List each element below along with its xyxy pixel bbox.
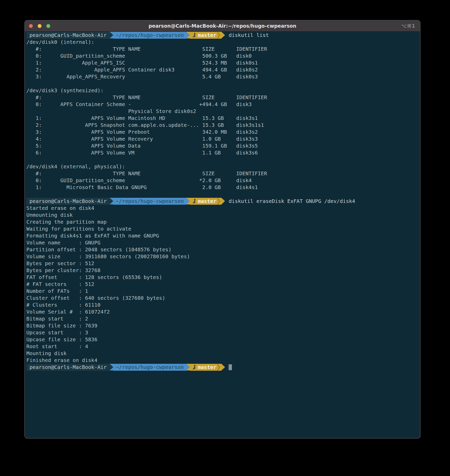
terminal-text-line: [26, 191, 418, 198]
prompt-line: pearson@Carls-MacBook-Air~/repos/hugo-cw…: [26, 198, 418, 205]
powerline-arrow-icon: [186, 364, 190, 370]
powerline-arrow-icon: [110, 198, 113, 204]
terminal-text-line: Finished erase on disk4: [26, 357, 418, 364]
git-branch-label: master: [198, 364, 216, 371]
terminal-text-line: 0: GUID_partition_scheme 500.3 GB disk0: [26, 53, 418, 59]
git-branch-icon: [192, 32, 196, 38]
terminal-text-line: Bytes per cluster: 32768: [26, 267, 418, 274]
terminal-text-line: Physical Store disk0s2: [26, 108, 418, 115]
terminal-text-line: 0: GUID_partition_scheme *2.0 GB disk4: [26, 177, 418, 184]
keyboard-shortcut-label: ⌥⌘1: [401, 20, 415, 31]
terminal-text-line: # FAT sectors : 512: [26, 281, 418, 288]
terminal-text-line: 1: APFS Volume Macintosh HD 15.3 GB disk…: [26, 115, 418, 122]
terminal-text-line: Cluster offset : 640 sectors (327680 byt…: [26, 295, 418, 302]
terminal-text-line: Mounting disk: [26, 350, 418, 357]
prompt-directory-segment: ~/repos/hugo-cwpearson: [113, 364, 186, 371]
powerline-arrow-icon: [110, 32, 113, 38]
terminal-text-line: Bitmap file size : 7639: [26, 322, 418, 329]
chevron-right-icon: [217, 198, 220, 205]
terminal-text-line: 4: APFS Volume Recovery 1.0 GB disk3s3: [26, 136, 418, 142]
prompt-user-segment: pearson@Carls-MacBook-Air: [26, 198, 110, 205]
terminal-text-line: Volume name : GNUPG: [26, 239, 418, 246]
terminal-text-line: Partition offset : 2048 sectors (1048576…: [26, 246, 418, 253]
terminal-text-line: Bytes per sector : 512: [26, 260, 418, 267]
prompt-git-segment: master: [190, 32, 217, 39]
terminal-text-line: 2: Apple_APFS Container disk3 494.4 GB d…: [26, 66, 418, 73]
git-branch-icon: [192, 364, 196, 370]
chevron-right-icon: [217, 32, 220, 39]
git-branch-label: master: [198, 32, 216, 39]
terminal-text-line: 3: APFS Volume Preboot 342.0 MB disk3s2: [26, 129, 418, 136]
chevron-right-icon: [217, 364, 220, 371]
terminal-text-line: Creating the partition map: [26, 219, 418, 225]
terminal-text-line: Unmounting disk: [26, 212, 418, 219]
terminal-text-line: 1: Microsoft Basic Data GNUPG 2.0 GB dis…: [26, 184, 418, 191]
powerline-arrow-icon: [221, 364, 225, 370]
terminal-text-line: /dev/disk4 (external, physical):: [26, 163, 418, 170]
terminal-text-line: 6: APFS Volume VM 1.1 GB disk3s6: [26, 149, 418, 156]
prompt-end-chevron: [217, 32, 221, 39]
git-branch-label: master: [198, 198, 216, 205]
powerline-arrow-icon: [110, 364, 113, 370]
close-button[interactable]: [29, 24, 33, 28]
terminal-text-line: 3: Apple_APFS_Recovery 5.4 GB disk0s3: [26, 73, 418, 80]
terminal-text-line: Upcase file size : 5836: [26, 336, 418, 343]
terminal-text-line: Number of FATs : 1: [26, 288, 418, 295]
command-text: diskutil list: [229, 32, 269, 39]
minimize-button[interactable]: [38, 24, 42, 28]
terminal-text-line: FAT offset : 128 sectors (65536 bytes): [26, 274, 418, 281]
powerline-arrow-icon: [221, 198, 225, 204]
prompt-git-segment: master: [190, 364, 217, 371]
window-title: pearson@Carls-MacBook-Air:~/repos/hugo-c…: [149, 23, 296, 29]
terminal-text-line: 2: APFS Snapshot com.apple.os.update-...…: [26, 122, 418, 129]
terminal-text-line: Waiting for partitions to activate: [26, 225, 418, 232]
terminal-text-line: /dev/disk3 (synthesized):: [26, 87, 418, 94]
prompt-line: pearson@Carls-MacBook-Air~/repos/hugo-cw…: [26, 364, 418, 371]
traffic-lights: [29, 20, 50, 31]
zoom-button[interactable]: [46, 24, 50, 28]
terminal-text-line: 0: APFS Container Scheme - +494.4 GB dis…: [26, 101, 418, 108]
terminal-window: pearson@Carls-MacBook-Air:~/repos/hugo-c…: [24, 20, 421, 439]
git-branch-icon: [192, 198, 196, 204]
prompt-user-segment: pearson@Carls-MacBook-Air: [26, 364, 110, 371]
terminal-text-line: #: TYPE NAME SIZE IDENTIFIER: [26, 46, 418, 53]
terminal-text-line: Volume size : 3911680 sectors (200278016…: [26, 253, 418, 260]
terminal-text-line: 5: APFS Volume Data 159.1 GB disk3s5: [26, 142, 418, 149]
prompt-user-segment: pearson@Carls-MacBook-Air: [26, 32, 110, 39]
powerline-arrow-icon: [221, 32, 225, 38]
terminal-text-line: Started erase on disk4: [26, 205, 418, 212]
prompt-end-chevron: [217, 198, 221, 205]
prompt-end-chevron: [217, 364, 221, 371]
terminal-text-line: Formatting disk4s1 as ExFAT with name GN…: [26, 232, 418, 239]
terminal-text-line: Bitmap start : 2: [26, 315, 418, 322]
prompt-git-segment: master: [190, 198, 217, 205]
prompt-line: pearson@Carls-MacBook-Air~/repos/hugo-cw…: [26, 32, 418, 39]
terminal-text-line: 1: Apple_APFS_ISC 524.3 MB disk0s1: [26, 59, 418, 66]
terminal-text-line: [26, 156, 418, 163]
terminal-cursor: [229, 364, 232, 370]
powerline-arrow-icon: [186, 198, 190, 204]
terminal-text-line: [26, 80, 418, 87]
terminal-text-line: Volume Serial # : 610724f2: [26, 308, 418, 315]
command-text: diskutil eraseDisk ExFAT GNUPG /dev/disk…: [229, 198, 355, 205]
terminal-text-line: # Clusters : 61110: [26, 302, 418, 308]
terminal-text-line: #: TYPE NAME SIZE IDENTIFIER: [26, 170, 418, 177]
window-titlebar[interactable]: pearson@Carls-MacBook-Air:~/repos/hugo-c…: [25, 20, 420, 31]
terminal-text-line: /dev/disk0 (internal):: [26, 39, 418, 46]
powerline-arrow-icon: [186, 32, 190, 38]
terminal-output[interactable]: pearson@Carls-MacBook-Air~/repos/hugo-cw…: [25, 31, 420, 438]
terminal-text-line: Root start : 4: [26, 343, 418, 350]
terminal-text-line: Upcase start : 3: [26, 329, 418, 336]
terminal-text-line: #: TYPE NAME SIZE IDENTIFIER: [26, 94, 418, 101]
prompt-directory-segment: ~/repos/hugo-cwpearson: [113, 198, 186, 205]
prompt-directory-segment: ~/repos/hugo-cwpearson: [113, 32, 186, 39]
